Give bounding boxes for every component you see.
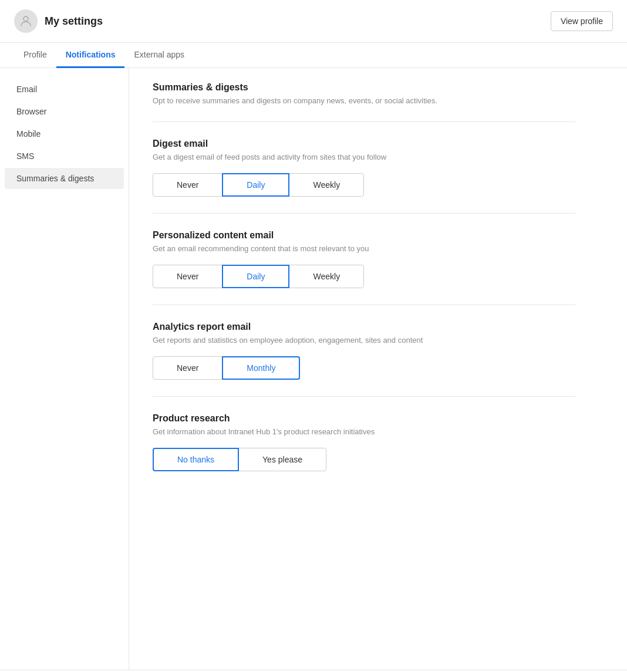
main-layout: Email Browser Mobile SMS Summaries & dig… (0, 68, 627, 670)
page-section-title: Summaries & digests (153, 82, 575, 93)
sidebar-item-sms[interactable]: SMS (5, 146, 124, 167)
analytics-never-button[interactable]: Never (153, 356, 223, 380)
product-research-options: No thanks Yes please (153, 448, 575, 471)
analytics-email-desc: Get reports and statistics on employee a… (153, 336, 575, 345)
personalized-email-desc: Get an email recommending content that i… (153, 244, 575, 253)
digest-daily-button[interactable]: Daily (222, 173, 289, 197)
svg-point-0 (23, 16, 28, 21)
analytics-monthly-button[interactable]: Monthly (222, 356, 300, 380)
analytics-email-section: Analytics report email Get reports and s… (153, 322, 575, 380)
digest-never-button[interactable]: Never (153, 173, 223, 197)
view-profile-button[interactable]: View profile (551, 11, 613, 31)
digest-email-title: Digest email (153, 139, 575, 149)
divider-3 (153, 305, 575, 305)
page-title: My settings (45, 15, 103, 28)
content-area: Summaries & digests Opt to receive summa… (129, 68, 599, 670)
digest-email-desc: Get a digest email of feed posts and act… (153, 153, 575, 161)
tab-profile[interactable]: Profile (14, 43, 56, 68)
digest-weekly-button[interactable]: Weekly (289, 173, 364, 197)
header: My settings View profile (0, 0, 627, 43)
digest-email-options: Never Daily Weekly (153, 173, 575, 197)
product-research-title: Product research (153, 413, 575, 424)
avatar (14, 9, 38, 33)
personalized-email-options: Never Daily Weekly (153, 265, 575, 288)
footer: Save (0, 670, 627, 672)
personalized-weekly-button[interactable]: Weekly (289, 265, 364, 288)
sidebar-item-summaries[interactable]: Summaries & digests (5, 168, 124, 189)
product-yes-please-button[interactable]: Yes please (238, 448, 326, 471)
page-section-desc: Opt to receive summaries and digests on … (153, 96, 575, 105)
sidebar: Email Browser Mobile SMS Summaries & dig… (0, 68, 129, 670)
sidebar-item-browser[interactable]: Browser (5, 101, 124, 122)
personalized-daily-button[interactable]: Daily (222, 265, 289, 288)
divider-4 (153, 396, 575, 397)
product-research-desc: Get information about Intranet Hub 1's p… (153, 427, 575, 436)
personalized-never-button[interactable]: Never (153, 265, 223, 288)
tab-notifications[interactable]: Notifications (56, 43, 125, 68)
tab-external-apps[interactable]: External apps (124, 43, 194, 68)
product-no-thanks-button[interactable]: No thanks (153, 448, 239, 471)
page-section-header: Summaries & digests Opt to receive summa… (153, 82, 575, 105)
analytics-email-options: Never Monthly (153, 356, 575, 380)
digest-email-section: Digest email Get a digest email of feed … (153, 139, 575, 197)
personalized-email-section: Personalized content email Get an email … (153, 230, 575, 288)
header-left: My settings (14, 9, 103, 33)
sidebar-item-email[interactable]: Email (5, 79, 124, 100)
personalized-email-title: Personalized content email (153, 230, 575, 241)
analytics-email-title: Analytics report email (153, 322, 575, 332)
tabs-bar: Profile Notifications External apps (0, 43, 627, 68)
divider-1 (153, 121, 575, 122)
sidebar-item-mobile[interactable]: Mobile (5, 123, 124, 144)
divider-2 (153, 213, 575, 214)
product-research-section: Product research Get information about I… (153, 413, 575, 471)
